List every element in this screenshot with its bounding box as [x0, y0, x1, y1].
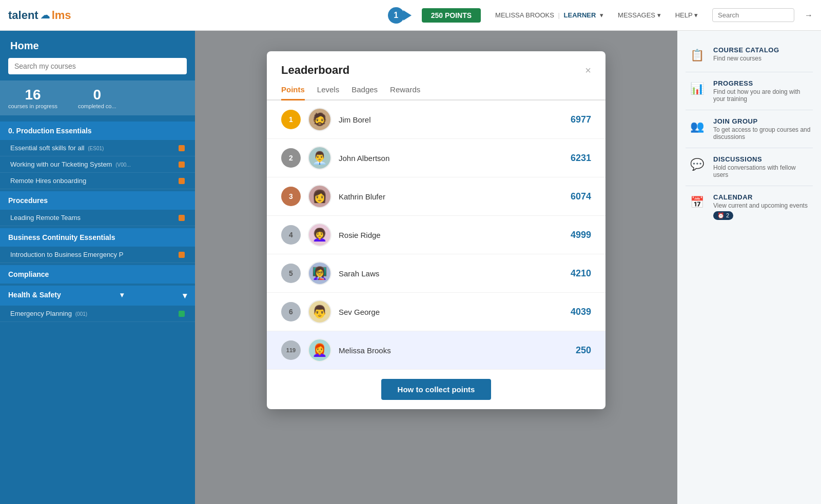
- rank-badge: 6: [281, 302, 301, 321]
- points-button[interactable]: 250 POINTS: [422, 8, 481, 23]
- course-tag: (001): [74, 311, 87, 317]
- chevron-down-icon: ▾: [120, 291, 124, 300]
- notification-bubble[interactable]: 1: [388, 7, 404, 24]
- leaderboard-score: 4999: [560, 230, 591, 240]
- messages-dropdown-icon: ▾: [657, 11, 661, 19]
- leaderboard-name: Melissa Brooks: [339, 346, 560, 355]
- main-layout: Home 16 courses in progress 0 completed …: [0, 31, 821, 504]
- home-title: Home: [0, 31, 195, 58]
- sidebar-item-content: COURSE CATALOGFind new courses: [713, 46, 779, 62]
- calendar-badge: ⏰ 2: [713, 211, 733, 220]
- exit-icon[interactable]: →: [805, 11, 813, 20]
- progress-icon: 📊: [688, 79, 706, 98]
- sidebar-item-desc: View current and upcoming events: [713, 202, 808, 209]
- help-link[interactable]: HELP ▾: [675, 11, 698, 19]
- leaderboard-row: 119👩‍🦰Melissa Brooks250: [267, 331, 605, 370]
- avatar: 👩: [308, 185, 331, 208]
- join-group-icon: 👥: [688, 117, 706, 136]
- leaderboard-name: John Albertson: [339, 154, 560, 163]
- sidebar-item-title: DISCUSSIONS: [713, 155, 811, 163]
- stat-completed-label: completed co...: [78, 103, 116, 109]
- sidebar-item-title: PROGRESS: [713, 79, 811, 87]
- leaderboard-name: Sarah Laws: [339, 269, 560, 278]
- leaderboard-row: 3👩Kathrin Blufer6074: [267, 177, 605, 216]
- course-list-item[interactable]: Introduction to Business Emergency P: [0, 247, 195, 263]
- leaderboard-row: 4👩‍🦱Rosie Ridge4999: [267, 216, 605, 254]
- center-content: Leaderboard × PointsLevelsBadgesRewards …: [195, 31, 677, 504]
- tab-badges[interactable]: Badges: [351, 85, 378, 100]
- leaderboard-row: 1🧔Jim Borel6977: [267, 100, 605, 139]
- messages-link[interactable]: MESSAGES ▾: [618, 11, 661, 19]
- course-status-badge: [179, 145, 185, 151]
- user-info: MELISSA BROOKS | LEARNER ▾: [495, 11, 603, 19]
- sidebar-item-content: JOIN GROUPTo get access to group courses…: [713, 117, 811, 140]
- sidebar-item-title: JOIN GROUP: [713, 117, 811, 125]
- section-header-3[interactable]: Compliance: [0, 265, 195, 284]
- course-list-item[interactable]: Working with our Ticketing System (V00..…: [0, 156, 195, 173]
- course-list-item[interactable]: Essential soft skills for all (ES01): [0, 140, 195, 156]
- section-header-2[interactable]: Business Continuity Essentials: [0, 228, 195, 247]
- avatar: 👩‍🦱: [308, 223, 331, 247]
- modal-tabs: PointsLevelsBadgesRewards: [267, 85, 605, 100]
- course-tag: (ES01): [87, 146, 104, 151]
- leaderboard-score: 6231: [560, 153, 591, 164]
- right-sidebar-item-progress[interactable]: 📊PROGRESSFind out how you are doing with…: [677, 72, 821, 110]
- avatar: 👩‍🏫: [308, 261, 331, 285]
- tab-rewards[interactable]: Rewards: [390, 85, 420, 100]
- rank-badge: 1: [281, 110, 301, 129]
- course-list-item[interactable]: Remote Hires onboarding: [0, 173, 195, 189]
- leaderboard-row: 6👨Sev George4039: [267, 293, 605, 331]
- leaderboard-name: Jim Borel: [339, 115, 560, 124]
- logo[interactable]: talent ☁ lms: [8, 9, 71, 22]
- course-list-item[interactable]: Emergency Planning (001): [0, 306, 195, 322]
- dropdown-icon: ▾: [600, 11, 603, 19]
- leaderboard-row: 2👨‍💼John Albertson6231: [267, 139, 605, 177]
- section-header-1[interactable]: Procedures: [0, 191, 195, 210]
- course-status-badge: [179, 178, 185, 184]
- modal-close-button[interactable]: ×: [585, 65, 591, 75]
- stat-completed-num: 0: [78, 87, 116, 103]
- avatar: 👨: [308, 300, 331, 324]
- course-status-badge: [179, 215, 185, 221]
- how-to-collect-points-button[interactable]: How to collect points: [381, 379, 492, 400]
- sidebar-item-title: CALENDAR: [713, 193, 808, 201]
- sidebar-item-title: COURSE CATALOG: [713, 46, 779, 54]
- modal-footer: How to collect points: [267, 370, 605, 409]
- sidebar-item-desc: To get access to group courses and discu…: [713, 126, 811, 140]
- stat-in-progress-label: courses in progress: [8, 103, 57, 109]
- rank-badge: 4: [281, 225, 301, 245]
- right-sidebar-item-join-group[interactable]: 👥JOIN GROUPTo get access to group course…: [677, 110, 821, 148]
- right-sidebar-item-discussions[interactable]: 💬DISCUSSIONSHold conversations with fell…: [677, 148, 821, 186]
- messages-label: MESSAGES: [618, 11, 655, 19]
- help-dropdown-icon: ▾: [694, 11, 698, 19]
- search-my-courses-input[interactable]: [8, 58, 187, 74]
- leaderboard-list: 1🧔Jim Borel69772👨‍💼John Albertson62313👩K…: [267, 100, 605, 370]
- right-sidebar-item-calendar[interactable]: 📅CALENDARView current and upcoming event…: [677, 186, 821, 227]
- header-search-input[interactable]: [712, 8, 794, 22]
- rank-badge: 2: [281, 148, 301, 168]
- discussions-icon: 💬: [688, 155, 706, 174]
- notification-arrow: [403, 10, 412, 21]
- modal-title: Leaderboard: [281, 64, 349, 77]
- right-sidebar-item-course-catalog[interactable]: 📋COURSE CATALOGFind new courses: [677, 39, 821, 72]
- header: talent ☁ lms 1 250 POINTS MELISSA BROOKS…: [0, 0, 821, 31]
- calendar-icon: 📅: [688, 193, 706, 212]
- leaderboard-score: 250: [560, 345, 591, 356]
- leaderboard-score: 4039: [560, 307, 591, 317]
- tab-points[interactable]: Points: [281, 85, 305, 100]
- stat-completed: 0 completed co...: [78, 87, 116, 109]
- leaderboard-name: Rosie Ridge: [339, 231, 560, 239]
- tab-levels[interactable]: Levels: [317, 85, 339, 100]
- course-sections: 0. Production EssentialsEssential soft s…: [0, 119, 195, 322]
- sidebar-item-desc: Find new courses: [713, 55, 779, 62]
- course-list-item[interactable]: Leading Remote Teams: [0, 210, 195, 226]
- section-header-4[interactable]: Health & Safety▾▾: [0, 286, 195, 306]
- sidebar-item-desc: Hold conversations with fellow users: [713, 164, 811, 178]
- avatar: 👨‍💼: [308, 146, 331, 170]
- right-sidebar: 📋COURSE CATALOGFind new courses📊PROGRESS…: [677, 31, 821, 504]
- stat-in-progress-num: 16: [8, 87, 57, 103]
- sidebar-item-content: CALENDARView current and upcoming events…: [713, 193, 808, 220]
- left-sidebar: Home 16 courses in progress 0 completed …: [0, 31, 195, 504]
- modal-header: Leaderboard ×: [267, 51, 605, 77]
- section-header-0[interactable]: 0. Production Essentials: [0, 122, 195, 140]
